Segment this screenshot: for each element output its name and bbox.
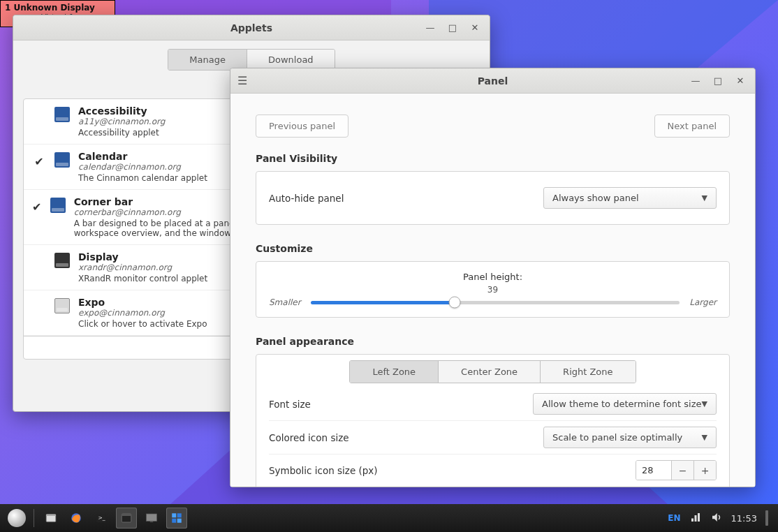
svg-rect-9 xyxy=(172,513,176,517)
chevron-down-icon: ▼ xyxy=(702,399,707,408)
enabled-check: ✔ xyxy=(32,151,46,168)
colored-icon-combo[interactable]: Scale to panel size optimally ▼ xyxy=(543,427,717,448)
applet-icon xyxy=(54,152,70,168)
section-customize: Customize xyxy=(256,243,730,254)
start-menu-button[interactable] xyxy=(6,508,27,529)
desktop-icon xyxy=(145,512,158,524)
minimize-button[interactable]: — xyxy=(424,22,436,34)
keyboard-layout-indicator[interactable]: EN xyxy=(668,513,680,523)
tray-handle[interactable] xyxy=(765,510,768,526)
firefox-icon xyxy=(70,512,82,524)
spin-decrement[interactable]: − xyxy=(671,461,693,480)
svg-rect-8 xyxy=(150,522,154,523)
volume-icon[interactable] xyxy=(710,511,723,526)
panel-height-label: Panel height: xyxy=(269,272,717,282)
applet-package: expo@cinnamon.org xyxy=(78,308,207,318)
symbolic-icon-label: Symbolic icon size (px) xyxy=(269,465,378,476)
applet-description: XRandR monitor control applet xyxy=(78,274,207,283)
previous-panel-button[interactable]: Previous panel xyxy=(256,114,348,138)
svg-rect-7 xyxy=(147,514,157,522)
clock[interactable]: 11:53 xyxy=(731,513,757,524)
maximize-button[interactable]: □ xyxy=(712,75,724,87)
next-panel-button[interactable]: Next panel xyxy=(654,114,730,138)
network-icon[interactable] xyxy=(689,511,702,526)
applet-icon xyxy=(54,253,70,268)
close-button[interactable]: ✕ xyxy=(734,75,747,87)
firefox-launcher[interactable] xyxy=(66,508,87,529)
applet-package: xrandr@cinnamon.org xyxy=(78,263,207,272)
mint-logo-icon xyxy=(8,509,26,527)
applet-icon xyxy=(54,107,70,122)
svg-rect-1 xyxy=(46,515,56,516)
terminal-icon: >_ xyxy=(95,512,108,524)
tab-download[interactable]: Download xyxy=(247,50,335,70)
font-size-value: Allow theme to determine font size xyxy=(542,399,701,409)
svg-rect-6 xyxy=(122,514,131,516)
autohide-value: Always show panel xyxy=(552,193,639,203)
applet-icon xyxy=(50,198,66,213)
section-visibility: Panel Visibility xyxy=(256,153,730,164)
colored-icon-value: Scale to panel size optimally xyxy=(552,432,682,443)
display-badge-title: 1 Unknown Display xyxy=(5,3,110,13)
height-slider[interactable] xyxy=(311,301,680,304)
symbolic-icon-input[interactable] xyxy=(636,461,671,480)
terminal-launcher[interactable]: >_ xyxy=(91,508,112,529)
font-size-combo[interactable]: Allow theme to determine font size ▼ xyxy=(533,393,717,415)
applet-description: The Cinnamon calendar applet xyxy=(78,173,207,183)
appearance-card: Left Zone Center Zone Right Zone Font si… xyxy=(256,354,730,487)
panel-titlebar[interactable]: ☰ Panel — □ ✕ xyxy=(230,68,755,94)
applet-description: Click or hover to activate Expo xyxy=(78,319,207,329)
enabled-check xyxy=(32,251,46,256)
tab-manage[interactable]: Manage xyxy=(168,50,247,70)
symbolic-icon-spin: − + xyxy=(636,460,717,480)
applet-icon xyxy=(54,298,70,313)
tab-right-zone[interactable]: Right Zone xyxy=(540,361,635,383)
applet-package: calendar@cinnamon.org xyxy=(78,162,207,172)
applet-name: Calendar xyxy=(78,151,207,162)
applet-name: Accessibility xyxy=(78,105,165,117)
colored-icon-label: Colored icon size xyxy=(269,432,349,443)
slider-thumb[interactable] xyxy=(448,297,460,309)
files-launcher[interactable] xyxy=(41,508,61,529)
svg-text:>_: >_ xyxy=(98,515,105,521)
enabled-check: ✔ xyxy=(32,196,42,214)
taskbar-item-applets[interactable] xyxy=(116,508,137,529)
zone-tabs: Left Zone Center Zone Right Zone xyxy=(269,360,717,383)
smaller-label: Smaller xyxy=(269,297,301,307)
svg-rect-10 xyxy=(177,513,182,517)
panel-scroll-area[interactable]: Previous panel Next panel Panel Visibili… xyxy=(230,94,755,487)
chevron-down-icon: ▼ xyxy=(702,433,707,442)
applets-titlebar[interactable]: Applets — □ ✕ xyxy=(13,15,490,40)
svg-rect-11 xyxy=(172,519,176,523)
show-desktop-button[interactable] xyxy=(141,508,162,529)
tab-center-zone[interactable]: Center Zone xyxy=(438,361,540,383)
enabled-check xyxy=(32,105,46,110)
panel-window: ☰ Panel — □ ✕ Previous panel Next panel … xyxy=(230,68,756,487)
minimize-button[interactable]: — xyxy=(689,75,702,87)
maximize-button[interactable]: □ xyxy=(446,22,459,34)
hamburger-icon[interactable]: ☰ xyxy=(237,74,247,87)
separator xyxy=(34,509,34,527)
close-button[interactable]: ✕ xyxy=(469,22,481,34)
taskbar-item-panel[interactable] xyxy=(166,508,187,529)
panel-height-value: 39 xyxy=(269,285,717,295)
applet-name: Display xyxy=(78,251,207,263)
larger-label: Larger xyxy=(689,297,717,307)
panel-settings-icon xyxy=(170,512,183,524)
panel-title: Panel xyxy=(230,75,755,87)
autohide-combo[interactable]: Always show panel ▼ xyxy=(543,187,717,209)
svg-rect-12 xyxy=(177,519,182,523)
taskbar: >_ EN 11:53 xyxy=(0,504,778,532)
applet-package: a11y@cinnamon.org xyxy=(78,117,165,126)
visibility-card: Auto-hide panel Always show panel ▼ xyxy=(256,171,730,225)
system-tray: EN 11:53 xyxy=(668,510,774,526)
section-appearance: Panel appearance xyxy=(256,336,730,347)
spin-increment[interactable]: + xyxy=(693,461,716,480)
customize-card: Panel height: 39 Smaller Larger xyxy=(256,261,730,318)
autohide-label: Auto-hide panel xyxy=(269,193,344,204)
applet-name: Expo xyxy=(78,297,207,308)
files-icon xyxy=(45,512,57,524)
font-size-label: Font size xyxy=(269,399,311,410)
chevron-down-icon: ▼ xyxy=(702,193,707,202)
tab-left-zone[interactable]: Left Zone xyxy=(350,361,438,383)
